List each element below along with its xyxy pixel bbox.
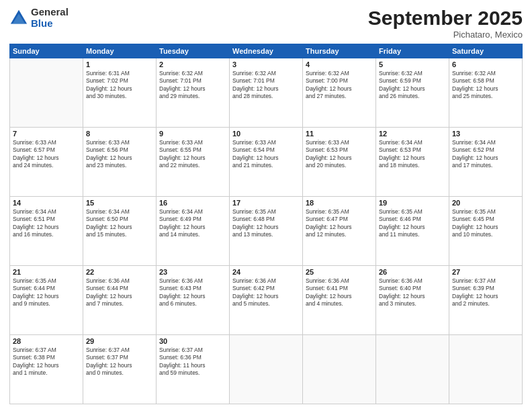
day-info-0-4: Sunrise: 6:32 AM Sunset: 7:00 PM Dayligh…	[306, 70, 373, 101]
logo-text: General Blue	[31, 7, 69, 29]
day-number-3-5: 26	[379, 268, 446, 276]
day-number-2-0: 14	[13, 199, 80, 207]
day-cell-1-2: 9Sunrise: 6:33 AM Sunset: 6:55 PM Daylig…	[157, 128, 230, 197]
day-number-0-3: 3	[232, 60, 300, 68]
day-info-2-4: Sunrise: 6:35 AM Sunset: 6:47 PM Dayligh…	[306, 208, 373, 239]
header-monday: Monday	[83, 44, 157, 58]
day-number-0-2: 2	[159, 60, 226, 68]
day-number-4-2: 30	[159, 337, 226, 345]
day-info-3-0: Sunrise: 6:35 AM Sunset: 6:44 PM Dayligh…	[13, 277, 80, 308]
month-title: September 2025	[368, 7, 523, 30]
day-cell-0-5: 5Sunrise: 6:32 AM Sunset: 6:59 PM Daylig…	[376, 58, 449, 128]
day-info-3-6: Sunrise: 6:37 AM Sunset: 6:39 PM Dayligh…	[452, 277, 519, 308]
day-cell-0-6: 6Sunrise: 6:32 AM Sunset: 6:58 PM Daylig…	[449, 58, 523, 128]
day-cell-0-2: 2Sunrise: 6:32 AM Sunset: 7:01 PM Daylig…	[157, 58, 230, 128]
day-cell-0-3: 3Sunrise: 6:32 AM Sunset: 7:01 PM Daylig…	[230, 58, 303, 128]
day-cell-1-1: 8Sunrise: 6:33 AM Sunset: 6:56 PM Daylig…	[83, 128, 157, 197]
day-number-3-3: 24	[232, 268, 300, 276]
day-number-4-0: 28	[13, 337, 80, 345]
day-info-0-3: Sunrise: 6:32 AM Sunset: 7:01 PM Dayligh…	[232, 70, 300, 101]
day-info-0-5: Sunrise: 6:32 AM Sunset: 6:59 PM Dayligh…	[379, 70, 446, 101]
day-cell-3-1: 22Sunrise: 6:36 AM Sunset: 6:44 PM Dayli…	[83, 266, 157, 335]
day-number-1-1: 8	[86, 130, 153, 138]
logo-general: General	[31, 7, 69, 18]
day-cell-3-3: 24Sunrise: 6:36 AM Sunset: 6:42 PM Dayli…	[230, 266, 303, 335]
day-info-0-2: Sunrise: 6:32 AM Sunset: 7:01 PM Dayligh…	[159, 70, 226, 101]
day-cell-0-0	[10, 58, 83, 128]
day-info-2-2: Sunrise: 6:34 AM Sunset: 6:49 PM Dayligh…	[159, 208, 226, 239]
day-number-0-4: 4	[306, 60, 373, 68]
page: General Blue September 2025 Pichataro, M…	[0, 0, 532, 411]
day-number-1-0: 7	[13, 130, 80, 138]
day-cell-3-4: 25Sunrise: 6:36 AM Sunset: 6:41 PM Dayli…	[303, 266, 376, 335]
day-info-2-3: Sunrise: 6:35 AM Sunset: 6:48 PM Dayligh…	[232, 208, 300, 239]
day-number-2-6: 20	[452, 199, 519, 207]
weekday-header-row: Sunday Monday Tuesday Wednesday Thursday…	[10, 44, 523, 58]
day-info-1-2: Sunrise: 6:33 AM Sunset: 6:55 PM Dayligh…	[159, 139, 226, 170]
day-cell-2-3: 17Sunrise: 6:35 AM Sunset: 6:48 PM Dayli…	[230, 197, 303, 266]
day-cell-2-4: 18Sunrise: 6:35 AM Sunset: 6:47 PM Dayli…	[303, 197, 376, 266]
title-section: September 2025 Pichataro, Mexico	[368, 7, 523, 40]
header-friday: Friday	[376, 44, 449, 58]
calendar: Sunday Monday Tuesday Wednesday Thursday…	[9, 44, 523, 404]
day-cell-3-2: 23Sunrise: 6:36 AM Sunset: 6:43 PM Dayli…	[157, 266, 230, 335]
day-cell-1-6: 13Sunrise: 6:34 AM Sunset: 6:52 PM Dayli…	[449, 128, 523, 197]
day-cell-3-5: 26Sunrise: 6:36 AM Sunset: 6:40 PM Dayli…	[376, 266, 449, 335]
day-number-0-5: 5	[379, 60, 446, 68]
day-info-4-0: Sunrise: 6:37 AM Sunset: 6:38 PM Dayligh…	[13, 347, 80, 377]
day-number-2-2: 16	[159, 199, 226, 207]
day-cell-4-0: 28Sunrise: 6:37 AM Sunset: 6:38 PM Dayli…	[10, 335, 83, 404]
day-info-3-5: Sunrise: 6:36 AM Sunset: 6:40 PM Dayligh…	[379, 277, 446, 308]
day-cell-4-4	[303, 335, 376, 404]
day-info-1-6: Sunrise: 6:34 AM Sunset: 6:52 PM Dayligh…	[452, 139, 519, 170]
day-number-2-3: 17	[232, 199, 300, 207]
day-info-1-5: Sunrise: 6:34 AM Sunset: 6:53 PM Dayligh…	[379, 139, 446, 170]
day-number-3-1: 22	[86, 268, 153, 276]
day-cell-4-2: 30Sunrise: 6:37 AM Sunset: 6:36 PM Dayli…	[157, 335, 230, 404]
day-number-2-5: 19	[379, 199, 446, 207]
day-number-1-5: 12	[379, 130, 446, 138]
day-info-2-1: Sunrise: 6:34 AM Sunset: 6:50 PM Dayligh…	[86, 208, 153, 239]
day-info-0-6: Sunrise: 6:32 AM Sunset: 6:58 PM Dayligh…	[452, 70, 519, 101]
day-info-4-2: Sunrise: 6:37 AM Sunset: 6:36 PM Dayligh…	[159, 347, 226, 377]
day-number-1-6: 13	[452, 130, 519, 138]
day-cell-2-0: 14Sunrise: 6:34 AM Sunset: 6:51 PM Dayli…	[10, 197, 83, 266]
day-number-2-1: 15	[86, 199, 153, 207]
day-cell-3-0: 21Sunrise: 6:35 AM Sunset: 6:44 PM Dayli…	[10, 266, 83, 335]
day-number-0-6: 6	[452, 60, 519, 68]
day-number-3-6: 27	[452, 268, 519, 276]
day-info-2-5: Sunrise: 6:35 AM Sunset: 6:46 PM Dayligh…	[379, 208, 446, 239]
day-cell-3-6: 27Sunrise: 6:37 AM Sunset: 6:39 PM Dayli…	[449, 266, 523, 335]
day-info-3-1: Sunrise: 6:36 AM Sunset: 6:44 PM Dayligh…	[86, 277, 153, 308]
header: General Blue September 2025 Pichataro, M…	[9, 7, 523, 40]
day-info-0-1: Sunrise: 6:31 AM Sunset: 7:02 PM Dayligh…	[86, 70, 153, 101]
day-info-3-3: Sunrise: 6:36 AM Sunset: 6:42 PM Dayligh…	[232, 277, 300, 308]
day-info-3-4: Sunrise: 6:36 AM Sunset: 6:41 PM Dayligh…	[306, 277, 373, 308]
day-cell-4-5	[376, 335, 449, 404]
day-number-3-0: 21	[13, 268, 80, 276]
day-cell-1-4: 11Sunrise: 6:33 AM Sunset: 6:53 PM Dayli…	[303, 128, 376, 197]
header-sunday: Sunday	[10, 44, 83, 58]
header-wednesday: Wednesday	[230, 44, 303, 58]
logo: General Blue	[9, 7, 69, 29]
week-row-1: 7Sunrise: 6:33 AM Sunset: 6:57 PM Daylig…	[10, 128, 523, 197]
day-info-2-6: Sunrise: 6:35 AM Sunset: 6:45 PM Dayligh…	[452, 208, 519, 239]
day-cell-1-3: 10Sunrise: 6:33 AM Sunset: 6:54 PM Dayli…	[230, 128, 303, 197]
day-info-3-2: Sunrise: 6:36 AM Sunset: 6:43 PM Dayligh…	[159, 277, 226, 308]
day-cell-4-1: 29Sunrise: 6:37 AM Sunset: 6:37 PM Dayli…	[83, 335, 157, 404]
logo-icon	[9, 9, 28, 28]
day-cell-2-1: 15Sunrise: 6:34 AM Sunset: 6:50 PM Dayli…	[83, 197, 157, 266]
header-thursday: Thursday	[303, 44, 376, 58]
day-info-1-3: Sunrise: 6:33 AM Sunset: 6:54 PM Dayligh…	[232, 139, 300, 170]
day-cell-4-6	[449, 335, 523, 404]
day-number-3-4: 25	[306, 268, 373, 276]
day-cell-1-5: 12Sunrise: 6:34 AM Sunset: 6:53 PM Dayli…	[376, 128, 449, 197]
day-info-1-4: Sunrise: 6:33 AM Sunset: 6:53 PM Dayligh…	[306, 139, 373, 170]
day-info-1-0: Sunrise: 6:33 AM Sunset: 6:57 PM Dayligh…	[13, 139, 80, 170]
week-row-2: 14Sunrise: 6:34 AM Sunset: 6:51 PM Dayli…	[10, 197, 523, 266]
day-number-1-3: 10	[232, 130, 300, 138]
day-number-4-1: 29	[86, 337, 153, 345]
day-number-2-4: 18	[306, 199, 373, 207]
day-cell-1-0: 7Sunrise: 6:33 AM Sunset: 6:57 PM Daylig…	[10, 128, 83, 197]
week-row-0: 1Sunrise: 6:31 AM Sunset: 7:02 PM Daylig…	[10, 58, 523, 128]
